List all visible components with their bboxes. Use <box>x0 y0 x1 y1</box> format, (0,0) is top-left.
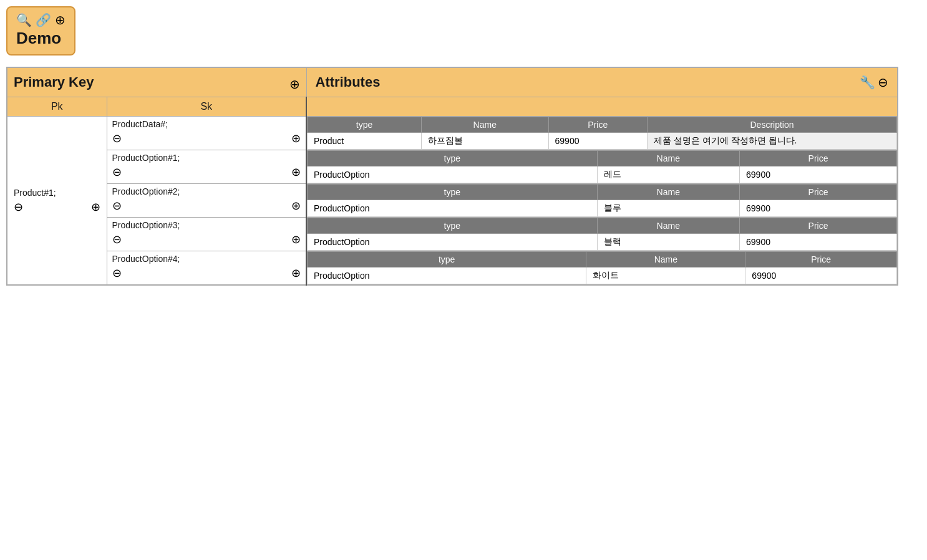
attr-data-cell: ProductOption <box>308 200 598 217</box>
attr-inner-table: typeNamePriceProductOption레드69900 <box>307 150 897 183</box>
sk-cell: ProductData#; ⊖ ⊕ <box>107 117 306 150</box>
attr-header-row: typeNamePrice <box>308 218 897 234</box>
attr-data-cell: 69900 <box>745 268 897 284</box>
sk-cell: ProductOption#2; ⊖ ⊕ <box>107 184 306 218</box>
pk-value: Product#1; <box>14 188 100 198</box>
table-body: Product#1; ⊖ ⊕ ProductData#; ⊖ ⊕ typeNam… <box>7 117 898 286</box>
sk-add-button[interactable]: ⊕ <box>291 266 301 280</box>
attr-column-header: Name <box>597 218 740 234</box>
attr-column-header: Name <box>597 185 740 200</box>
demo-card-icons: 🔍 🔗 ⊕ <box>16 12 66 27</box>
attr-column-header: type <box>308 117 422 133</box>
subheader-row: Pk Sk <box>7 97 898 117</box>
attr-cell: typeNamePriceProductOption블루69900 <box>306 184 898 218</box>
sk-value: ProductOption#3; <box>112 220 301 230</box>
sk-cell: ProductOption#3; ⊖ ⊕ <box>107 218 306 251</box>
attr-column-header: Name <box>422 117 549 133</box>
attr-column-header: type <box>308 252 586 268</box>
sk-remove-button[interactable]: ⊖ <box>112 266 122 280</box>
sk-remove-button[interactable]: ⊖ <box>112 233 122 246</box>
attr-column-header: Name <box>586 252 745 268</box>
attr-column-header: type <box>308 218 598 234</box>
attr-data-cell: 블루 <box>597 200 740 217</box>
attr-data-cell: 69900 <box>548 133 647 150</box>
attr-column-header: Price <box>745 252 897 268</box>
attr-data-row: Product하프짐볼69900제품 설명은 여기에 작성하면 됩니다. <box>308 133 897 150</box>
sk-remove-button[interactable]: ⊖ <box>112 199 122 213</box>
primary-key-label: Primary Key <box>14 74 94 90</box>
attr-data-cell: 레드 <box>597 167 740 183</box>
attr-cell: typeNamePriceProductOption블랙69900 <box>306 218 898 251</box>
sk-cell: ProductOption#4; ⊖ ⊕ <box>107 251 306 286</box>
pk-cell: Product#1; ⊖ ⊕ <box>7 117 107 286</box>
attr-subheader-empty <box>306 97 898 117</box>
attr-data-cell: 69900 <box>740 167 897 183</box>
primary-key-header: Primary Key ⊕ <box>7 67 306 97</box>
sk-value: ProductOption#1; <box>112 153 301 163</box>
attr-header-row: typeNamePrice <box>308 151 897 167</box>
header-row: Primary Key ⊕ Attributes 🔧 ⊖ <box>7 67 898 97</box>
sk-add-button[interactable]: ⊕ <box>291 132 301 145</box>
wrench-icon[interactable]: 🔧 <box>860 75 875 90</box>
back-icon[interactable]: ⊖ <box>878 75 888 90</box>
sk-add-button[interactable]: ⊕ <box>291 199 301 213</box>
table-row: ProductOption#1; ⊖ ⊕ typeNamePriceProduc… <box>7 150 898 184</box>
sk-remove-button[interactable]: ⊖ <box>112 132 122 145</box>
attr-data-cell: 블랙 <box>597 234 740 251</box>
attr-cell: typeNamePriceDescriptionProduct하프짐볼69900… <box>306 117 898 150</box>
attr-column-header: Description <box>648 117 897 133</box>
sk-add-button[interactable]: ⊕ <box>291 165 301 179</box>
main-table: Primary Key ⊕ Attributes 🔧 ⊖ Pk Sk Produ <box>6 67 898 286</box>
attr-data-row: ProductOption블루69900 <box>308 200 897 217</box>
attr-column-header: type <box>308 151 598 167</box>
attr-header-row: typeNamePrice <box>308 185 897 200</box>
attr-column-header: Price <box>548 117 647 133</box>
attr-inner-table: typeNamePriceProductOption화이트69900 <box>307 251 897 284</box>
attr-cell: typeNamePriceProductOption화이트69900 <box>306 251 898 286</box>
demo-title: Demo <box>16 29 66 48</box>
sk-value: ProductOption#4; <box>112 254 301 264</box>
attr-header-row: typeNamePrice <box>308 252 897 268</box>
attr-data-cell: 화이트 <box>586 268 745 284</box>
attr-column-header: Price <box>740 151 897 167</box>
attr-data-row: ProductOption화이트69900 <box>308 268 897 284</box>
attr-data-row: ProductOption블랙69900 <box>308 234 897 251</box>
pk-remove-button[interactable]: ⊖ <box>14 200 23 214</box>
attr-data-row: ProductOption레드69900 <box>308 167 897 183</box>
add-pk-button[interactable]: ⊕ <box>289 77 300 92</box>
sk-add-button[interactable]: ⊕ <box>291 233 301 246</box>
sk-remove-button[interactable]: ⊖ <box>112 165 122 179</box>
attr-column-header: Name <box>597 151 740 167</box>
attr-column-header: Price <box>740 218 897 234</box>
attributes-header: Attributes 🔧 ⊖ <box>306 67 898 97</box>
attr-inner-table: typeNamePriceDescriptionProduct하프짐볼69900… <box>307 117 897 150</box>
demo-card: 🔍 🔗 ⊕ Demo <box>6 6 75 56</box>
sk-cell: ProductOption#1; ⊖ ⊕ <box>107 150 306 184</box>
attr-cell: typeNamePriceProductOption레드69900 <box>306 150 898 184</box>
attributes-label: Attributes <box>316 74 381 90</box>
sk-col-header: Sk <box>107 97 306 117</box>
add-icon[interactable]: ⊕ <box>55 12 66 27</box>
attr-data-cell: 69900 <box>740 234 897 251</box>
attr-header-row: typeNamePriceDescription <box>308 117 897 133</box>
sk-value: ProductData#; <box>112 119 301 129</box>
attr-data-cell: 제품 설명은 여기에 작성하면 됩니다. <box>648 133 897 150</box>
table-row: ProductOption#2; ⊖ ⊕ typeNamePriceProduc… <box>7 184 898 218</box>
attr-data-cell: ProductOption <box>308 268 586 284</box>
pk-add-button[interactable]: ⊕ <box>91 200 100 214</box>
attr-inner-table: typeNamePriceProductOption블랙69900 <box>307 218 897 251</box>
attr-data-cell: Product <box>308 133 422 150</box>
attr-data-cell: 하프짐볼 <box>422 133 549 150</box>
attr-data-cell: ProductOption <box>308 167 598 183</box>
pk-col-header: Pk <box>7 97 107 117</box>
link-icon[interactable]: 🔗 <box>36 12 51 27</box>
attr-data-cell: 69900 <box>740 200 897 217</box>
attr-column-header: type <box>308 185 598 200</box>
sk-value: ProductOption#2; <box>112 186 301 196</box>
table-row: Product#1; ⊖ ⊕ ProductData#; ⊖ ⊕ typeNam… <box>7 117 898 150</box>
table-row: ProductOption#4; ⊖ ⊕ typeNamePriceProduc… <box>7 251 898 286</box>
attr-inner-table: typeNamePriceProductOption블루69900 <box>307 184 897 217</box>
table-row: ProductOption#3; ⊖ ⊕ typeNamePriceProduc… <box>7 218 898 251</box>
attr-column-header: Price <box>740 185 897 200</box>
binoculars-icon[interactable]: 🔍 <box>16 12 32 27</box>
